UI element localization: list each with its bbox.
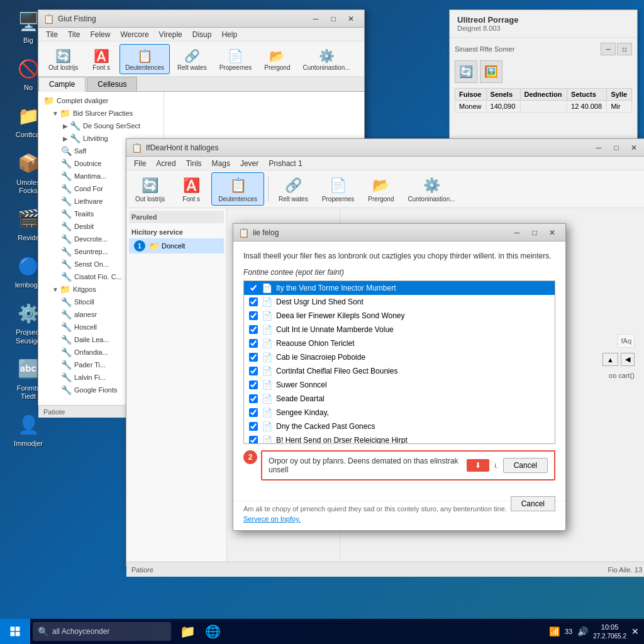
taskbar-close-icon[interactable]: ✕ xyxy=(631,626,639,636)
checkbox-2[interactable] xyxy=(249,311,258,320)
rp-tool-circle[interactable]: 🔄 xyxy=(455,60,477,83)
toolbar-btn-cuntoninaston[interactable]: ⚙️ Cuntoninastion... xyxy=(297,45,355,74)
dialog-close[interactable]: ✕ xyxy=(544,226,560,239)
sw-tool-propeernes[interactable]: 📄 Propeernes xyxy=(316,173,361,205)
dialog-list-item-1[interactable]: 📄 Dest Usgr Lind Shed Sont xyxy=(244,295,555,309)
checkbox-9[interactable] xyxy=(249,408,258,417)
install-area: 2 Orpor oy out by pfanrs. Deens demated … xyxy=(243,450,555,487)
checkbox-8[interactable] xyxy=(249,394,258,403)
menu-wercore[interactable]: Wercore xyxy=(115,29,153,40)
checkbox-0[interactable] xyxy=(249,284,258,292)
rp-col-senels: Senels xyxy=(486,89,520,101)
checkbox-4[interactable] xyxy=(249,339,258,348)
cell-monew: Monew xyxy=(455,101,487,113)
toolbar-btn-prergond[interactable]: 📂 Prergond xyxy=(259,45,295,74)
menu-tite[interactable]: Tite xyxy=(63,29,86,40)
toolbar-btn-font-s[interactable]: 🅰️ Font s xyxy=(86,45,117,74)
sw-menu-jever[interactable]: Jever xyxy=(235,158,264,169)
main-window-close[interactable]: ✕ xyxy=(343,13,359,25)
dialog-list-item-9[interactable]: 📄 Sengee Kinday, xyxy=(244,406,555,419)
checkbox-7[interactable] xyxy=(249,380,258,389)
sw-menu-tinls[interactable]: Tinls xyxy=(181,158,207,169)
sw-deutentences-icon: 📋 xyxy=(228,175,248,196)
sw-menu-pnshact[interactable]: Pnshact 1 xyxy=(264,158,307,169)
windows-logo-icon xyxy=(9,626,21,637)
dialog-list-item-10[interactable]: 📄 Dny the Cacked Past Gonecs xyxy=(244,419,555,433)
checkbox-10[interactable] xyxy=(249,422,258,431)
tree-label-onfandia: Onfandia... xyxy=(74,348,108,356)
item-icon-7: 📄 xyxy=(262,380,272,390)
sw-tool-cuntoninaston[interactable]: ⚙️ Cuntoninastion... xyxy=(401,173,461,205)
checkbox-3[interactable] xyxy=(249,325,258,334)
menu-vireple[interactable]: Vireple xyxy=(154,29,187,40)
tree-item-desoung[interactable]: ▶ 🔧 De Soung SerSect xyxy=(41,119,161,132)
menu-disup[interactable]: Disup xyxy=(187,29,217,40)
folder-icon-doncelt: 📁 xyxy=(149,242,159,251)
sw-tool-relt[interactable]: 🔗 Relt wates xyxy=(272,173,314,205)
dialog-list-item-3[interactable]: 📄 Cult Int ie Unnate Mamberde Volue xyxy=(244,323,555,336)
rp-btn-square[interactable]: □ xyxy=(617,43,632,55)
tab-cellesus[interactable]: Cellesus xyxy=(87,77,137,91)
checkbox-11[interactable] xyxy=(249,436,258,444)
item-icon-11: 📄 xyxy=(262,435,272,444)
dialog-list-item-11[interactable]: 📄 B! Hent Send on Drser Releicigne Hirpt xyxy=(244,433,555,444)
tab-cample[interactable]: Cample xyxy=(38,77,86,92)
right-panel-title: Ulitreol Porrage xyxy=(457,15,630,25)
install-icon-btn[interactable]: ⬇ xyxy=(467,459,489,472)
sw-sidebar-item-doncelt[interactable]: 1 📁 Doncelt xyxy=(129,238,224,253)
menu-tile[interactable]: Tile xyxy=(41,29,63,40)
install-section: Orpor oy out by pfanrs. Deens demated on… xyxy=(261,450,555,480)
dialog-minimize[interactable]: ─ xyxy=(509,226,525,239)
dialog-list-item-7[interactable]: 📄 Suwer Sonncel xyxy=(244,378,555,392)
taskbar-icon-explorer[interactable]: 📁 xyxy=(176,620,199,643)
install-cancel-btn[interactable]: Cancel xyxy=(503,458,548,473)
sw-tool-font-s[interactable]: 🅰️ Font s xyxy=(172,173,210,205)
sw-tool-deutentences[interactable]: 📋 Deutentences xyxy=(211,172,264,206)
sw-menu-file[interactable]: File xyxy=(129,158,151,169)
sw-tool-prergond[interactable]: 📂 Prergond xyxy=(362,173,400,205)
toolbar-btn-propeernes[interactable]: 📄 Propeernes xyxy=(214,45,257,74)
sw-right-btn2[interactable]: ◀ xyxy=(621,353,635,366)
rp-tool-image[interactable]: 🖼️ xyxy=(480,60,502,83)
right-panel-header: Ulitreol Porrage Deignet 8.003 xyxy=(450,10,637,38)
dialog-list-item-4[interactable]: 📄 Reaouse Ohion Tericlet xyxy=(244,336,555,350)
dialog-list-item-6[interactable]: 📄 Cortinfat Cheiflal Fileo Gect Bounies xyxy=(244,364,555,378)
tree-item-complet[interactable]: 📁 Complet dvaliger xyxy=(41,94,161,107)
tree-label-kitgpos: Kitgpos xyxy=(73,286,96,293)
toolbar-btn-deutentences[interactable]: 📋 Deutentences xyxy=(119,44,170,74)
start-button[interactable] xyxy=(0,619,30,644)
footer-cancel-btn[interactable]: Cancel xyxy=(511,496,555,511)
sw-tool-out-lostrijs[interactable]: 🔄 Out lostrijs xyxy=(129,173,171,205)
taskbar-search-box[interactable]: 🔍 all Achoyceonder xyxy=(33,622,171,641)
toolbar-btn-relt-wates[interactable]: 🔗 Relt wates xyxy=(172,45,212,74)
sw-maximize[interactable]: □ xyxy=(608,142,625,154)
main-window-maximize[interactable]: □ xyxy=(325,13,341,25)
dialog-list-item-5[interactable]: 📄 Cab ie Sinacroiep Poboide xyxy=(244,350,555,364)
sw-menu-mags[interactable]: Mags xyxy=(207,158,235,169)
checkbox-1[interactable] xyxy=(249,297,258,306)
toolbar-btn-out-lostrijs[interactable]: 🔄 Out lostrijs xyxy=(43,45,83,74)
tree-label-lalvin: Lalvin Fi... xyxy=(74,374,106,381)
expand-icon-kitgpos: ▼ xyxy=(51,285,60,294)
dialog-list-item-0[interactable]: 📄 Ity the Vend Torme Inector Mumbert xyxy=(244,281,555,295)
sw-menu-acred[interactable]: Acred xyxy=(151,158,180,169)
menu-felew[interactable]: Felew xyxy=(85,29,115,40)
main-window-minimize[interactable]: ─ xyxy=(308,13,324,25)
wrench-icon-senston: 🔧 xyxy=(61,259,72,269)
dialog-maximize[interactable]: □ xyxy=(526,226,543,239)
taskbar-icon-browser[interactable]: 🌐 xyxy=(201,620,224,643)
sw-right-btn1[interactable]: ▲ xyxy=(602,353,618,366)
sw-close[interactable]: ✕ xyxy=(626,142,642,154)
dialog-service-link[interactable]: Servece on Inpfoy. xyxy=(243,515,301,523)
rp-btn-minus[interactable]: ─ xyxy=(601,43,616,55)
dialog-list-item-2[interactable]: 📄 Deea lier Finewer Kilepls Sond Woney xyxy=(244,309,555,323)
menu-help[interactable]: Help xyxy=(216,29,242,40)
badge-2: 2 xyxy=(243,450,257,464)
checkbox-5[interactable] xyxy=(249,353,258,362)
tree-item-bid[interactable]: ▼ 📁 Bid Slurcer Piacties xyxy=(41,107,161,119)
dialog-list-item-8[interactable]: 📄 Seade Deartal xyxy=(244,392,555,406)
dialog-list[interactable]: 📄 Ity the Vend Torme Inector Mumbert 📄 D… xyxy=(243,280,555,444)
checkbox-6[interactable] xyxy=(249,367,258,375)
sw-minimize[interactable]: ─ xyxy=(591,142,607,154)
item-label-7: Suwer Sonncel xyxy=(276,380,327,389)
